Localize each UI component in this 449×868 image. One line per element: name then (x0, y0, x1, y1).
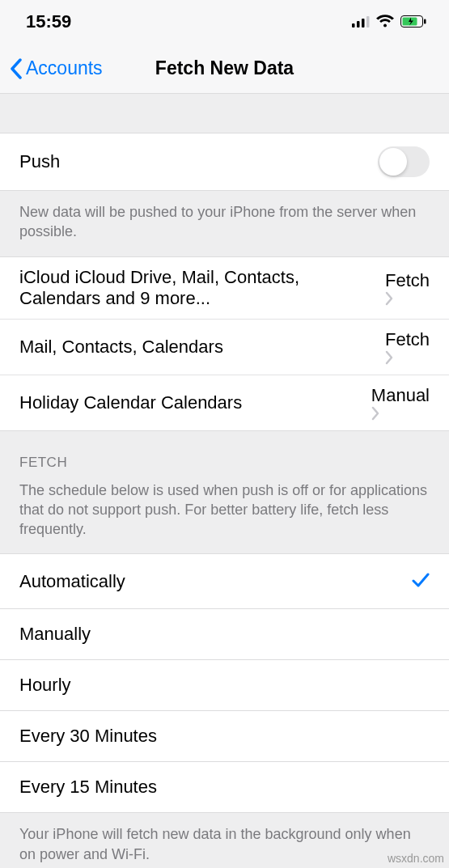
fetch-option-label: Manually (19, 624, 91, 645)
chevron-right-icon (385, 350, 430, 365)
account-row[interactable]: Mail, Contacts, Calendars Fetch (0, 320, 449, 375)
status-time: 15:59 (26, 11, 71, 32)
svg-rect-1 (357, 21, 360, 28)
fetch-description: The schedule below is used when push is … (0, 481, 449, 554)
svg-rect-3 (366, 16, 370, 28)
svg-rect-6 (424, 19, 426, 24)
svg-rect-2 (362, 19, 365, 28)
svg-rect-0 (352, 23, 355, 28)
cellular-icon (352, 11, 370, 32)
chevron-left-icon (10, 58, 23, 79)
account-name: iCloud (19, 267, 70, 287)
account-detail: Calendars (161, 392, 242, 413)
fetch-option-label: Every 30 Minutes (19, 726, 157, 747)
nav-bar: Accounts Fetch New Data (0, 44, 449, 94)
fetch-option[interactable]: Every 30 Minutes (0, 711, 449, 762)
accounts-group: iCloud iCloud Drive, Mail, Contacts, Cal… (0, 256, 449, 431)
status-icons (352, 11, 426, 32)
fetch-option-label: Automatically (19, 571, 125, 592)
back-button[interactable]: Accounts (0, 57, 103, 79)
status-bar: 15:59 (0, 0, 449, 44)
account-row[interactable]: iCloud iCloud Drive, Mail, Contacts, Cal… (0, 257, 449, 320)
account-detail: Mail, Contacts, Calendars (19, 337, 223, 357)
fetch-option[interactable]: Hourly (0, 660, 449, 711)
fetch-option-label: Every 15 Minutes (19, 777, 157, 798)
checkmark-icon (412, 569, 430, 594)
fetch-option[interactable]: Automatically (0, 554, 449, 609)
push-label: Push (19, 151, 60, 172)
push-footer: New data will be pushed to your iPhone f… (0, 191, 449, 256)
chevron-right-icon (371, 406, 430, 421)
fetch-option[interactable]: Manually (0, 609, 449, 660)
fetch-section-header: Fetch (0, 431, 449, 481)
fetch-option-label: Hourly (19, 675, 71, 696)
wifi-icon (376, 11, 394, 32)
fetch-option[interactable]: Every 15 Minutes (0, 762, 449, 812)
push-row[interactable]: Push (0, 133, 449, 191)
spacer (0, 94, 449, 133)
battery-charging-icon (400, 11, 426, 32)
account-row[interactable]: Holiday Calendar Calendars Manual (0, 375, 449, 430)
account-mode: Fetch (385, 270, 430, 290)
account-mode: Manual (371, 385, 430, 405)
account-name: Holiday Calendar (19, 392, 156, 413)
account-mode: Fetch (385, 329, 430, 349)
push-toggle[interactable] (378, 146, 430, 177)
fetch-options-group: Automatically Manually Hourly Every 30 M… (0, 553, 449, 813)
back-label: Accounts (26, 57, 103, 79)
chevron-right-icon (385, 291, 430, 306)
fetch-footer: Your iPhone will fetch new data in the b… (0, 813, 449, 868)
watermark: wsxdn.com (388, 852, 444, 865)
